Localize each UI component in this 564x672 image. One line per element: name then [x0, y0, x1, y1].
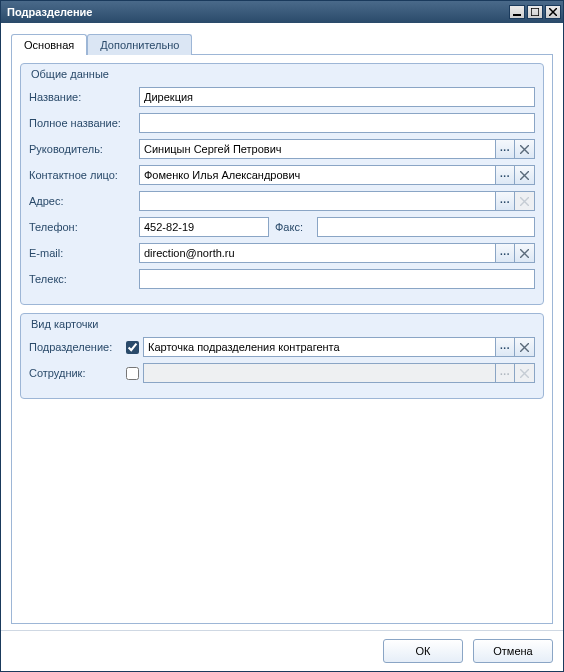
tabstrip: Основная Дополнительно — [11, 33, 553, 54]
tabpanel-main: Общие данные Название: Полное название: … — [11, 54, 553, 624]
department-dialog: Подразделение Основная Дополнительно Общ… — [0, 0, 564, 672]
label-contact: Контактное лицо: — [29, 169, 139, 181]
input-employee-card — [143, 363, 495, 383]
input-fullname[interactable] — [139, 113, 535, 133]
ellipsis-icon: ... — [500, 142, 510, 153]
employee-card-clear-button — [515, 363, 535, 383]
tab-main[interactable]: Основная — [11, 34, 87, 55]
input-contact[interactable] — [139, 165, 495, 185]
clear-icon — [520, 249, 529, 258]
input-telex[interactable] — [139, 269, 535, 289]
label-department: Подразделение: — [29, 341, 121, 353]
svg-rect-1 — [531, 8, 539, 16]
tab-extra-label: Дополнительно — [100, 39, 179, 51]
label-name: Название: — [29, 91, 139, 103]
cancel-button-label: Отмена — [493, 645, 532, 657]
close-icon[interactable] — [545, 5, 561, 19]
checkbox-employee[interactable] — [126, 367, 139, 380]
clear-icon — [520, 197, 529, 206]
label-fax: Факс: — [269, 221, 317, 233]
checkbox-department[interactable] — [126, 341, 139, 354]
ellipsis-icon: ... — [500, 194, 510, 205]
label-employee: Сотрудник: — [29, 367, 121, 379]
label-email: E-mail: — [29, 247, 139, 259]
label-phone: Телефон: — [29, 221, 139, 233]
manager-clear-button[interactable] — [515, 139, 535, 159]
input-address[interactable] — [139, 191, 495, 211]
label-address: Адрес: — [29, 195, 139, 207]
dialog-footer: ОК Отмена — [1, 630, 563, 671]
contact-browse-button[interactable]: ... — [495, 165, 515, 185]
email-browse-button[interactable]: ... — [495, 243, 515, 263]
manager-browse-button[interactable]: ... — [495, 139, 515, 159]
label-fullname: Полное название: — [29, 117, 139, 129]
ellipsis-icon: ... — [500, 340, 510, 351]
titlebar: Подразделение — [1, 1, 563, 23]
group-card-legend: Вид карточки — [31, 318, 98, 330]
clear-icon — [520, 145, 529, 154]
department-card-clear-button[interactable] — [515, 337, 535, 357]
input-name[interactable] — [139, 87, 535, 107]
clear-icon — [520, 171, 529, 180]
minimize-icon[interactable] — [509, 5, 525, 19]
ellipsis-icon: ... — [500, 246, 510, 257]
ok-button-label: ОК — [416, 645, 431, 657]
clear-icon — [520, 343, 529, 352]
address-browse-button[interactable]: ... — [495, 191, 515, 211]
ok-button[interactable]: ОК — [383, 639, 463, 663]
tab-main-label: Основная — [24, 39, 74, 51]
address-clear-button — [515, 191, 535, 211]
cancel-button[interactable]: Отмена — [473, 639, 553, 663]
input-department-card[interactable] — [143, 337, 495, 357]
label-telex: Телекс: — [29, 273, 139, 285]
input-manager[interactable] — [139, 139, 495, 159]
svg-rect-0 — [513, 14, 521, 16]
maximize-icon[interactable] — [527, 5, 543, 19]
ellipsis-icon: ... — [500, 168, 510, 179]
window-title: Подразделение — [7, 6, 507, 18]
email-clear-button[interactable] — [515, 243, 535, 263]
client-area: Основная Дополнительно Общие данные Назв… — [1, 23, 563, 630]
group-general: Общие данные Название: Полное название: … — [20, 63, 544, 305]
input-email[interactable] — [139, 243, 495, 263]
group-general-legend: Общие данные — [31, 68, 109, 80]
input-phone[interactable] — [139, 217, 269, 237]
contact-clear-button[interactable] — [515, 165, 535, 185]
tab-extra[interactable]: Дополнительно — [87, 34, 192, 55]
department-card-browse-button[interactable]: ... — [495, 337, 515, 357]
label-manager: Руководитель: — [29, 143, 139, 155]
group-card: Вид карточки Подразделение: ... — [20, 313, 544, 399]
clear-icon — [520, 369, 529, 378]
input-fax[interactable] — [317, 217, 535, 237]
employee-card-browse-button: ... — [495, 363, 515, 383]
ellipsis-icon: ... — [500, 366, 510, 377]
